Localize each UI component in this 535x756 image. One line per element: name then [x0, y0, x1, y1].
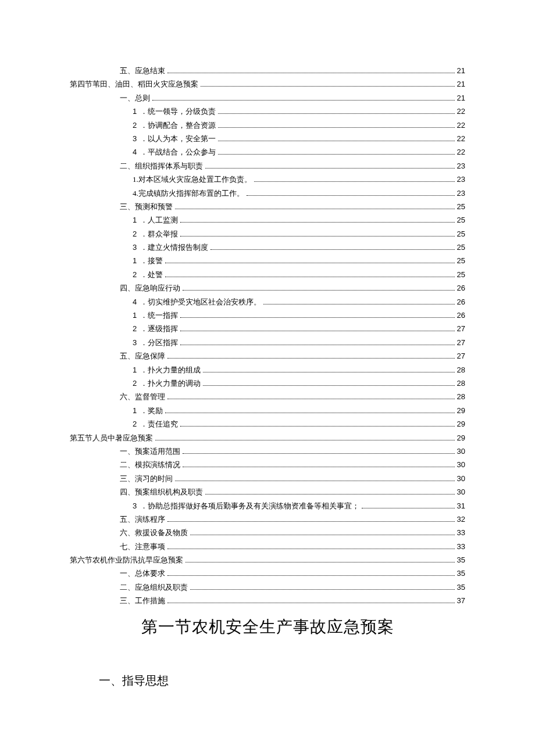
toc-entry-label: 五、演练程序 — [120, 513, 165, 526]
toc-entry: 4.完成镇防火指挥部布置的工作。23 — [70, 187, 465, 200]
toc-entry-label: ．建立火情报告制度 — [140, 241, 208, 254]
toc-entry-number: 4 — [133, 145, 140, 159]
toc-entry: 2．责任追究29 — [70, 417, 465, 431]
toc-leader-dots — [152, 95, 455, 101]
toc-entry-number: 3 — [133, 336, 140, 349]
toc-leader-dots — [167, 68, 455, 73]
toc-entry-page: 33 — [457, 526, 465, 539]
toc-entry: 3．分区指挥27 — [70, 336, 465, 349]
toc-entry-number: 2 — [133, 417, 140, 431]
toc-entry-page: 25 — [457, 268, 465, 281]
toc-leader-dots — [186, 557, 455, 562]
toc-entry-page: 22 — [457, 119, 465, 132]
toc-leader-dots — [183, 463, 455, 468]
toc-entry-number: 1 — [133, 254, 140, 267]
toc-entry: 第六节农机作业防汛抗旱应急预案35 — [70, 553, 465, 567]
toc-entry-label: 二、模拟演练情况 — [120, 458, 180, 471]
toc-entry-label: ．扑火力量的组成 — [140, 363, 201, 377]
toc-entry-label: ．奖励 — [140, 404, 163, 417]
toc-entry: 四、预案组织机构及职责30 — [70, 485, 465, 499]
toc-entry: 四、应急响应行动26 — [70, 281, 465, 295]
toc-leader-dots — [180, 313, 454, 318]
toc-entry-number: 1 — [133, 404, 140, 417]
toc-entry: 3．以人为本，安全第一22 — [70, 132, 465, 145]
toc-leader-dots — [167, 395, 455, 400]
table-of-contents: 五、应急结束21第四节苇田、油田、稻田火灾应急预案21一、总则211．统一领导，… — [70, 64, 465, 608]
toc-entry-label: 二、应急组织及职责 — [120, 581, 188, 594]
toc-entry-page: 35 — [457, 553, 465, 567]
toc-leader-dots — [203, 367, 454, 372]
toc-entry-page: 27 — [457, 322, 465, 335]
toc-leader-dots — [201, 82, 455, 87]
toc-entry: 1．扑火力量的组成28 — [70, 363, 465, 377]
toc-entry: 1．接警25 — [70, 254, 465, 267]
toc-entry-label: 二、组织指挥体系与职责 — [120, 159, 203, 173]
toc-leader-dots — [190, 585, 455, 590]
toc-leader-dots — [263, 299, 454, 304]
toc-entry: 第四节苇田、油田、稻田火灾应急预案21 — [70, 77, 465, 91]
toc-entry-number: 2 — [133, 268, 140, 281]
toc-entry-label: ．协调配合，整合资源 — [140, 119, 216, 132]
toc-entry: 六、监督管理28 — [70, 390, 465, 403]
toc-entry-number: 3 — [133, 499, 140, 513]
toc-entry-page: 28 — [457, 377, 465, 390]
toc-entry-number: 2 — [133, 227, 140, 241]
toc-entry-page: 25 — [457, 241, 465, 254]
toc-leader-dots — [183, 285, 455, 291]
toc-entry-label: 一、预案适用范围 — [120, 445, 180, 458]
toc-entry-label: 七、注意事项 — [120, 540, 165, 553]
toc-entry-number: 4 — [133, 295, 140, 309]
toc-leader-dots — [167, 598, 455, 603]
toc-entry-page: 23 — [457, 173, 465, 186]
toc-entry: 1．统一指挥26 — [70, 309, 465, 322]
toc-entry-label: 六、监督管理 — [120, 390, 165, 403]
chapter-title: 第一节农机安全生产事故应急预案 — [70, 616, 465, 638]
toc-entry-page: 26 — [457, 309, 465, 322]
toc-leader-dots — [205, 489, 455, 495]
toc-entry-number: 1 — [133, 309, 140, 322]
toc-entry-page: 29 — [457, 417, 465, 431]
toc-entry-label: ．统一领导，分级负责 — [140, 105, 216, 118]
toc-entry-label: ．以人为本，安全第一 — [140, 132, 216, 145]
toc-leader-dots — [218, 150, 454, 155]
toc-entry-page: 21 — [457, 77, 465, 91]
document-page: 五、应急结束21第四节苇田、油田、稻田火灾应急预案21一、总则211．统一领导，… — [0, 0, 535, 723]
toc-entry: 2．协调配合，整合资源22 — [70, 119, 465, 132]
toc-leader-dots — [180, 340, 454, 345]
toc-entry-page: 26 — [457, 295, 465, 309]
toc-leader-dots — [180, 231, 454, 237]
toc-entry-label: ．逐级指挥 — [140, 322, 178, 335]
toc-entry-label: ．扑火力量的调动 — [140, 377, 201, 390]
toc-entry-label: ．分区指挥 — [140, 336, 178, 349]
toc-entry-page: 22 — [457, 145, 465, 159]
toc-entry-label: 四、应急响应行动 — [120, 281, 180, 295]
toc-entry-label: ．人工监测 — [140, 213, 178, 227]
toc-entry: 三、预测和预警25 — [70, 200, 465, 213]
toc-entry-label: 一、总则 — [120, 91, 150, 105]
toc-entry-label: 三、演习的时间 — [120, 472, 173, 485]
toc-entry-page: 23 — [457, 159, 465, 173]
toc-entry: 2．扑火力量的调动28 — [70, 377, 465, 390]
toc-entry: 二、组织指挥体系与职责23 — [70, 159, 465, 173]
toc-entry-page: 31 — [457, 499, 465, 513]
toc-leader-dots — [247, 191, 455, 196]
toc-leader-dots — [203, 381, 454, 386]
toc-leader-dots — [167, 544, 455, 549]
toc-entry: 2．逐级指挥27 — [70, 322, 465, 335]
toc-entry-page: 37 — [457, 594, 465, 607]
toc-entry-page: 22 — [457, 132, 465, 145]
toc-entry: 一、总则21 — [70, 91, 465, 105]
toc-entry-page: 21 — [457, 91, 465, 105]
toc-entry-number: 1 — [133, 105, 140, 118]
toc-entry-page: 27 — [457, 336, 465, 349]
toc-entry-label: 五、应急保障 — [120, 349, 165, 363]
toc-entry-page: 27 — [457, 349, 465, 363]
toc-entry-page: 35 — [457, 567, 465, 580]
toc-leader-dots — [211, 245, 454, 250]
toc-leader-dots — [254, 177, 455, 182]
toc-entry: 第五节人员中暑应急预案29 — [70, 431, 465, 445]
toc-leader-dots — [218, 123, 454, 128]
toc-entry: 3．建立火情报告制度25 — [70, 241, 465, 254]
toc-leader-dots — [362, 503, 454, 508]
toc-leader-dots — [175, 476, 455, 481]
